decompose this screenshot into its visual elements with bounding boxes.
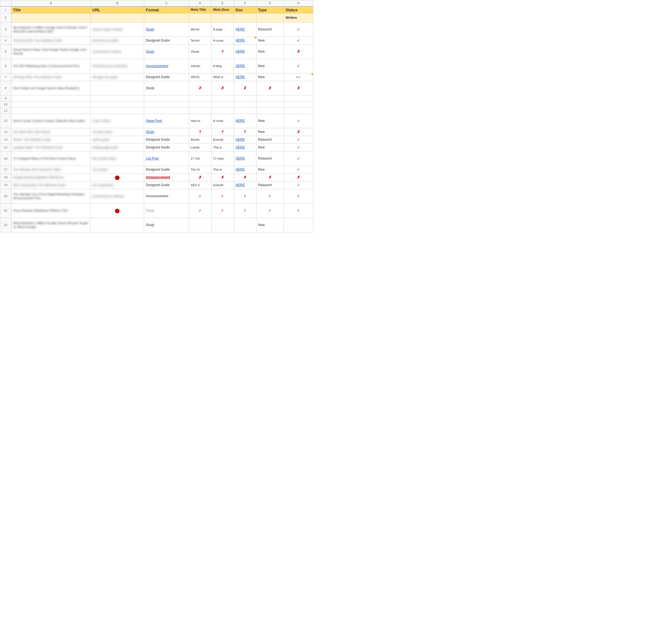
col-d-header[interactable]: D [189, 0, 211, 6]
row12-format[interactable]: Steps Post [144, 114, 189, 128]
row17-url: seo tutorial [91, 166, 144, 173]
row6-url: introducing seo marketing [91, 59, 144, 73]
row8-type: ✗ [256, 81, 284, 95]
row14-format: Designed Guide [144, 136, 189, 143]
row17-doc[interactable]: HERE [234, 166, 256, 173]
row14-meta-title: Ahrefs [189, 136, 211, 143]
row21-title: Press Release Distribution Platform Tool [11, 203, 90, 218]
row20-type: ✗ [256, 189, 284, 203]
row5-format[interactable]: Study [144, 44, 189, 59]
row18-url: ⬤ [91, 173, 144, 181]
row11-g [256, 107, 284, 114]
row2-a [11, 13, 90, 22]
row20-doc: ✗ [234, 189, 256, 203]
row15-doc[interactable]: HERE [234, 143, 256, 151]
row18-type: ✗ [256, 173, 284, 181]
row12-doc[interactable]: HERE [234, 114, 256, 128]
col-a-header[interactable]: A [11, 0, 90, 6]
row11-c [144, 107, 189, 114]
row4-doc[interactable]: HERE [234, 37, 256, 44]
header-meta-title: Meta Title [189, 6, 211, 14]
row7-doc[interactable]: HERE [234, 73, 256, 81]
row6-format[interactable]: Announcement [144, 59, 189, 73]
row15-url: landing page guide [91, 143, 144, 151]
row6-title: The SEO Marketing Hub 2.0 Announcement P… [11, 59, 90, 73]
row15-title: Landing Pages: The Definitive Guide [11, 143, 90, 151]
row6-meta-title: Introdu [189, 59, 211, 73]
row12-status: ✓ [284, 114, 313, 128]
row9-e [211, 95, 234, 101]
row6-type: New [256, 59, 284, 73]
row21-status: ✗ [284, 203, 313, 218]
table-row: 21 Press Release Distribution Platform T… [0, 203, 313, 218]
row2-c [144, 13, 189, 22]
header-url: URL [91, 6, 144, 14]
row10-a [11, 101, 90, 107]
corner-flag-yellow [254, 37, 256, 39]
row21-meta-title: ✗ [189, 203, 211, 218]
col-b-header[interactable]: B [91, 0, 144, 6]
row14-status: ✓ [284, 136, 313, 143]
col-e-header[interactable]: E [211, 0, 234, 6]
row19-doc[interactable]: HERE [234, 181, 256, 189]
row19-meta-title: SEO C [189, 181, 211, 189]
row5-doc[interactable]: HERE [234, 44, 256, 59]
row16-meta-desc: 17 easy [211, 151, 234, 166]
row22-doc [234, 218, 256, 232]
row8-url [91, 81, 144, 95]
col-c-header[interactable]: C [144, 0, 189, 6]
corner-flag-row7 [311, 74, 313, 76]
row16-url: find content ideas [91, 151, 144, 166]
row2-e [211, 13, 234, 22]
row16-title: 17 Untapped Ways to Find New Content Ide… [11, 151, 90, 166]
row21-meta-desc: ✗ [211, 203, 234, 218]
col-g-header[interactable]: G [256, 0, 284, 6]
row16-doc[interactable]: HERE [234, 151, 256, 166]
row13-type: New [256, 128, 284, 136]
approx-check-icon: ≈✓ [296, 75, 301, 79]
table-row: 11 [0, 107, 313, 114]
row22-format: Study [144, 218, 189, 232]
row12-url: scale content [91, 114, 144, 128]
row16-format[interactable]: List Post [144, 151, 189, 166]
row6-doc[interactable]: HERE [234, 59, 256, 73]
row-num-12: 12 [0, 114, 12, 128]
row-num-10: 10 [0, 101, 12, 107]
row22-type: New [256, 218, 284, 232]
col-f-header[interactable]: F [234, 0, 256, 6]
row16-status: ✓ [284, 151, 313, 166]
col-h-header[interactable]: H [284, 0, 313, 6]
row5-url: visual search ranking [91, 44, 144, 59]
row14-doc[interactable]: HERE [234, 136, 256, 143]
row14-type: Relaunch [256, 136, 284, 143]
table-row: 3 We Analyzed 1.3 Billion Google Search … [0, 22, 313, 37]
row19-meta-desc: Everyth [211, 181, 234, 189]
row-num-4: 4 [0, 37, 12, 44]
row6-status: ✓ [284, 59, 313, 73]
table-row: 17 The Ultimate SEO Tutorial for 2020 se… [0, 166, 313, 173]
row6-meta-desc: A blog [211, 59, 234, 73]
row5-title: Visual Search Study: How Google Ranks Go… [11, 44, 90, 59]
row22-meta-desc [211, 218, 234, 232]
row13-doc: ? [234, 128, 256, 136]
row10-c [144, 101, 189, 107]
row15-format: Designed Guide [144, 143, 189, 151]
row11-h [284, 107, 313, 114]
table-row: 5 Visual Search Study: How Google Ranks … [0, 44, 313, 59]
row17-title: The Ultimate SEO Tutorial for 2020 [11, 166, 90, 173]
row3-format[interactable]: Study [144, 22, 189, 37]
row18-title: Google Ranking Algorithm Monitoring [11, 173, 90, 181]
row19-title: SEO Copywriting: The Definitive Guide [11, 181, 90, 189]
row13-meta-title: ? [189, 128, 211, 136]
row18-format[interactable]: Announcement [144, 173, 189, 181]
row11-d [189, 107, 211, 114]
row7-url: off-page seo guide [91, 73, 144, 81]
header-status: Status [284, 6, 313, 14]
row12-type: New [256, 114, 284, 128]
row3-type: Relaunch [256, 22, 284, 37]
row3-doc[interactable]: HERE [234, 22, 256, 37]
row4-format: Designed Guide [144, 37, 189, 44]
row20-meta-desc: ✗ [211, 189, 234, 203]
row13-format[interactable]: Study [144, 128, 189, 136]
table-row: 8 How People use Google Search (New Rese… [0, 81, 313, 95]
